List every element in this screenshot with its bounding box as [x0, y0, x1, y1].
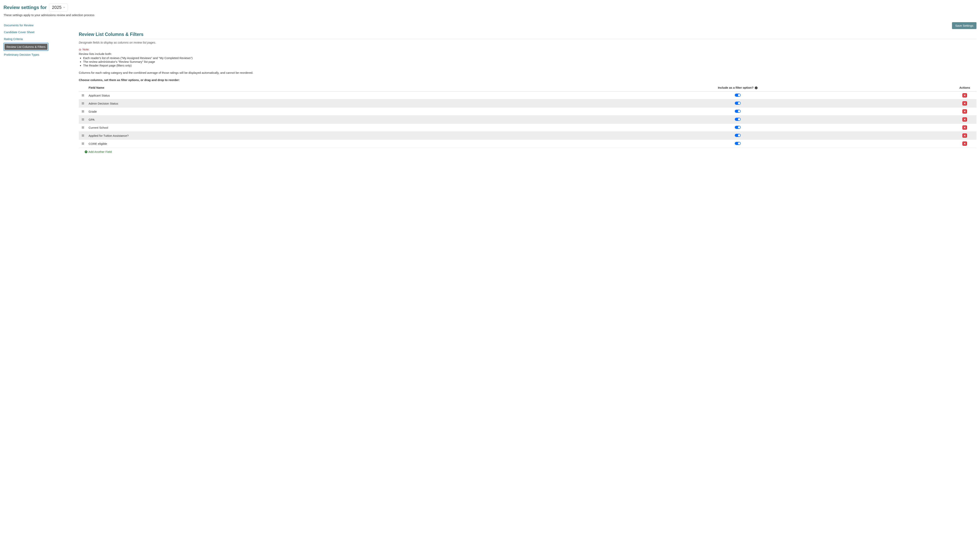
delete-button[interactable]: [963, 125, 967, 130]
sidebar-item-columns-filters[interactable]: Review List Columns & Filters: [5, 44, 48, 50]
delete-button[interactable]: [963, 117, 967, 121]
sidebar-item-cover-sheet[interactable]: Candidate Cover Sheet: [3, 29, 35, 35]
auto-columns-text: Columns for each rating category and the…: [79, 71, 977, 74]
field-name-cell: Applied for Tuition Assistance?: [87, 132, 522, 140]
delete-button[interactable]: [963, 101, 967, 105]
drag-handle-icon[interactable]: [81, 126, 84, 129]
note-bullet: Each reader's list of reviews ("My Assig…: [83, 56, 977, 60]
field-name-cell: CORE eligible: [87, 140, 522, 148]
filter-toggle[interactable]: [735, 118, 741, 121]
choose-columns-text: Choose columns, set them as filter optio…: [79, 78, 977, 81]
field-name-cell: Applicant Status: [87, 91, 522, 99]
field-name-cell: Admin Decision Status: [87, 99, 522, 107]
year-value: 2025: [52, 5, 62, 10]
info-icon[interactable]: i: [755, 86, 757, 89]
col-header-filter-label: Include as a filter option?: [718, 86, 754, 89]
drag-handle-icon[interactable]: [81, 118, 84, 121]
table-row: Applied for Tuition Assistance?: [79, 132, 977, 140]
note-bullets: Each reader's list of reviews ("My Assig…: [83, 56, 977, 67]
note-label-text: Note:: [83, 48, 89, 51]
drag-handle-icon[interactable]: [81, 110, 84, 113]
section-intro: Designate fields to display as columns o…: [79, 41, 977, 44]
table-row: Admin Decision Status: [79, 99, 977, 107]
drag-handle-icon[interactable]: [81, 94, 84, 96]
filter-toggle[interactable]: [735, 102, 741, 105]
table-row: Applicant Status: [79, 91, 977, 99]
save-button[interactable]: Save Settings: [952, 22, 977, 29]
page-subtitle: These settings apply to your admissions …: [3, 13, 977, 17]
delete-button[interactable]: [963, 141, 967, 146]
delete-button[interactable]: [963, 93, 967, 97]
note-bullet: The Reader Report page (filters only): [83, 64, 977, 67]
drag-handle-icon[interactable]: [81, 134, 84, 137]
field-name-cell: Current School: [87, 124, 522, 132]
table-row: GPA: [79, 115, 977, 124]
col-header-field-name: Field Name: [87, 84, 522, 91]
table-row: Grade: [79, 107, 977, 115]
col-header-drag: [79, 84, 87, 91]
note-label: Note:: [79, 48, 89, 51]
sidebar: Documents for Review Candidate Cover She…: [3, 22, 78, 153]
sidebar-item-preliminary[interactable]: Preliminary Decision Types: [3, 52, 40, 57]
col-header-filter: Include as a filter option? i: [522, 84, 953, 91]
add-another-field-link[interactable]: + Add Another Field: [85, 150, 112, 153]
add-another-label: Add Another Field: [88, 150, 112, 153]
drag-handle-icon[interactable]: [81, 142, 84, 145]
content-area: Save Settings Review List Columns & Filt…: [78, 22, 977, 153]
note-bullet: The review administrator's "Review Summa…: [83, 60, 977, 63]
hand-point-right-icon: [79, 48, 81, 51]
filter-toggle[interactable]: [735, 110, 741, 113]
chevron-down-icon: [63, 7, 65, 8]
table-row: CORE eligible: [79, 140, 977, 148]
field-name-cell: Grade: [87, 107, 522, 115]
filter-toggle[interactable]: [735, 126, 741, 129]
drag-handle-icon[interactable]: [81, 102, 84, 105]
filter-toggle[interactable]: [735, 142, 741, 145]
page-title: Review settings for: [3, 5, 47, 10]
filter-toggle[interactable]: [735, 94, 741, 97]
sidebar-item-highlight: Review List Columns & Filters: [3, 43, 48, 51]
delete-button[interactable]: [963, 109, 967, 113]
table-row: Current School: [79, 124, 977, 132]
note-body: Review lists include both: Each reader's…: [79, 52, 977, 67]
note-heading: Review lists include both:: [79, 52, 112, 56]
year-select[interactable]: 2025: [49, 3, 68, 11]
page-header: Review settings for 2025: [3, 3, 977, 11]
sidebar-item-rating[interactable]: Rating Criteria: [3, 36, 23, 42]
col-header-actions: Actions: [953, 84, 977, 91]
fields-table: Field Name Include as a filter option? i…: [79, 84, 977, 148]
filter-toggle[interactable]: [735, 134, 741, 137]
field-name-cell: GPA: [87, 115, 522, 124]
delete-button[interactable]: [963, 133, 967, 138]
plus-circle-icon: +: [85, 150, 88, 153]
section-title: Review List Columns & Filters: [79, 32, 977, 37]
sidebar-item-documents[interactable]: Documents for Review: [3, 22, 34, 28]
